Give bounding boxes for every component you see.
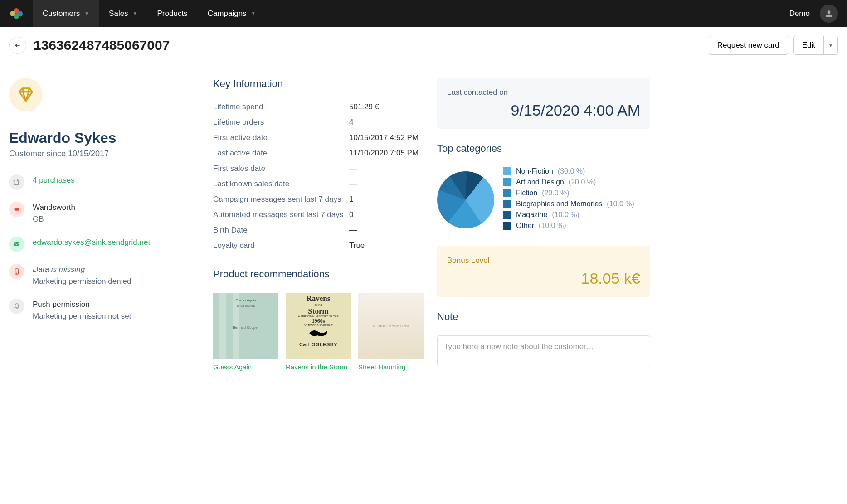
note-input[interactable] bbox=[437, 335, 650, 367]
edit-split-button: Edit ▼ bbox=[793, 36, 838, 55]
key-info-label: Birth Date bbox=[213, 226, 349, 235]
header-actions: Request new card Edit ▼ bbox=[709, 36, 838, 55]
legend-swatch bbox=[503, 189, 511, 197]
key-info-row: Birth Date— bbox=[213, 226, 424, 235]
nav-products[interactable]: Products bbox=[147, 0, 198, 27]
legend-pct: (20.0 %) bbox=[569, 178, 596, 186]
bonus-value: 18.05 k€ bbox=[447, 270, 640, 287]
page-title: 136362487485067007 bbox=[34, 38, 701, 53]
key-info-row: Lifetime orders4 bbox=[213, 118, 424, 127]
key-info-row: Last active date11/10/2020 7:05 PM bbox=[213, 149, 424, 158]
avatar[interactable] bbox=[820, 5, 838, 23]
cover-text: ANTIWAR MOVEMENT bbox=[287, 324, 349, 327]
cover-text: Bernard Cooper bbox=[233, 325, 259, 330]
key-info-value: 0 bbox=[349, 210, 353, 219]
key-info-value: True bbox=[349, 241, 365, 250]
bonus-label: Bonus Level bbox=[447, 256, 640, 265]
location-city: Wandsworth bbox=[33, 202, 75, 213]
phone-permission: Marketing permission denied bbox=[33, 276, 131, 287]
legend-row: Fiction(20.0 %) bbox=[503, 189, 634, 197]
key-info-label: Loyalty card bbox=[213, 241, 349, 250]
recommendations-list: Guess Again Short Stories Bernard Cooper… bbox=[213, 293, 424, 371]
mail-icon bbox=[9, 237, 24, 252]
push-label: Push permission bbox=[33, 299, 131, 310]
svg-point-5 bbox=[16, 273, 17, 273]
right-sidebar: Last contacted on 9/15/2020 4:00 AM Top … bbox=[437, 78, 650, 371]
user-icon bbox=[824, 9, 833, 18]
key-info-value: — bbox=[349, 179, 357, 189]
nav-sales[interactable]: Sales ▼ bbox=[99, 0, 147, 27]
key-info-list: Lifetime spend501.29 €Lifetime orders4Fi… bbox=[213, 102, 424, 250]
legend-label: Magazine bbox=[516, 211, 547, 219]
cover-text: Short Stories bbox=[237, 304, 255, 307]
recommendation-title: Ravens in the Storm bbox=[286, 363, 351, 371]
chevron-down-icon: ▼ bbox=[84, 11, 89, 16]
bonus-card: Bonus Level 18.05 k€ bbox=[437, 246, 650, 297]
book-cover: Guess Again Short Stories Bernard Cooper bbox=[213, 293, 278, 359]
book-cover: Ravens in the Storm A PERSONAL HISTORY O… bbox=[286, 293, 351, 359]
edit-dropdown-toggle[interactable]: ▼ bbox=[823, 36, 838, 55]
nav-campaigns[interactable]: Campaigns ▼ bbox=[198, 0, 266, 27]
phone-icon bbox=[9, 264, 24, 279]
purchases-link[interactable]: 4 purchases bbox=[33, 176, 75, 184]
chevron-down-icon: ▼ bbox=[828, 43, 833, 48]
phone-missing: Data is missing bbox=[33, 264, 131, 276]
tier-badge bbox=[9, 78, 43, 111]
key-info-value: — bbox=[349, 164, 357, 173]
legend-label: Biographies and Memories bbox=[516, 200, 602, 208]
main-content: Edwardo Sykes Customer since 10/15/2017 … bbox=[0, 64, 644, 384]
legend-row: Other(10.0 %) bbox=[503, 222, 634, 230]
location-country: GB bbox=[33, 213, 75, 225]
cover-text: 1960s bbox=[287, 318, 349, 324]
push-permission: Marketing permission not set bbox=[33, 310, 131, 322]
legend-row: Art and Design(20.0 %) bbox=[503, 178, 634, 186]
nav-label: Sales bbox=[109, 9, 128, 18]
info-purchases: 4 purchases bbox=[9, 174, 190, 190]
cover-text: Storm bbox=[287, 307, 349, 315]
recommendations-heading: Product recommendations bbox=[213, 268, 424, 280]
edit-button[interactable]: Edit bbox=[793, 36, 823, 55]
legend-pct: (10.0 %) bbox=[552, 211, 579, 219]
legend-swatch bbox=[503, 200, 511, 208]
key-info-row: Loyalty cardTrue bbox=[213, 241, 424, 250]
raven-icon bbox=[305, 326, 332, 340]
request-card-button[interactable]: Request new card bbox=[709, 36, 788, 55]
app-logo[interactable] bbox=[0, 0, 33, 27]
cover-text: STREET HAUNTING bbox=[373, 324, 409, 327]
nav-customers[interactable]: Customers ▼ bbox=[33, 0, 99, 27]
key-info-value: 1 bbox=[349, 195, 353, 204]
legend-label: Other bbox=[516, 222, 534, 230]
last-contacted-value: 9/15/2020 4:00 AM bbox=[447, 102, 640, 119]
info-email: edwardo.sykes@sink.sendgrid.net bbox=[9, 237, 190, 252]
cover-text: Guess Again bbox=[235, 298, 256, 302]
cover-text: Carl OGLESBY bbox=[287, 342, 349, 347]
chevron-down-icon: ▼ bbox=[133, 11, 137, 16]
email-link[interactable]: edwardo.sykes@sink.sendgrid.net bbox=[33, 238, 150, 247]
back-button[interactable] bbox=[9, 37, 26, 54]
legend-swatch bbox=[503, 167, 511, 175]
key-info-row: Campaign messages sent last 7 days1 bbox=[213, 195, 424, 204]
legend-pct: (20.0 %) bbox=[542, 189, 569, 197]
svg-rect-2 bbox=[17, 208, 19, 210]
recommendation-card[interactable]: Ravens in the Storm A PERSONAL HISTORY O… bbox=[286, 293, 351, 371]
last-contacted-card: Last contacted on 9/15/2020 4:00 AM bbox=[437, 78, 650, 129]
user-label[interactable]: Demo bbox=[789, 9, 810, 18]
nav-label: Products bbox=[157, 9, 188, 18]
categories-heading: Top categories bbox=[437, 143, 650, 155]
key-info-value: 10/15/2017 4:52 PM bbox=[349, 133, 419, 142]
legend-row: Biographies and Memories(10.0 %) bbox=[503, 200, 634, 208]
key-info-label: First sales date bbox=[213, 164, 349, 173]
pie-chart bbox=[437, 171, 494, 228]
last-contacted-label: Last contacted on bbox=[447, 88, 640, 97]
legend-row: Magazine(10.0 %) bbox=[503, 211, 634, 219]
info-location: Wandsworth GB bbox=[9, 202, 190, 225]
recommendation-card[interactable]: Guess Again Short Stories Bernard Cooper… bbox=[213, 293, 278, 371]
key-info-row: Automated messages sent last 7 days0 bbox=[213, 210, 424, 219]
arrow-left-icon bbox=[14, 42, 21, 49]
key-info-row: Lifetime spend501.29 € bbox=[213, 102, 424, 111]
nav-label: Customers bbox=[43, 9, 80, 18]
key-info-label: Lifetime orders bbox=[213, 118, 349, 127]
legend-pct: (10.0 %) bbox=[607, 200, 634, 208]
legend-label: Fiction bbox=[516, 189, 537, 197]
recommendation-card[interactable]: STREET HAUNTING Street Haunting bbox=[358, 293, 424, 371]
